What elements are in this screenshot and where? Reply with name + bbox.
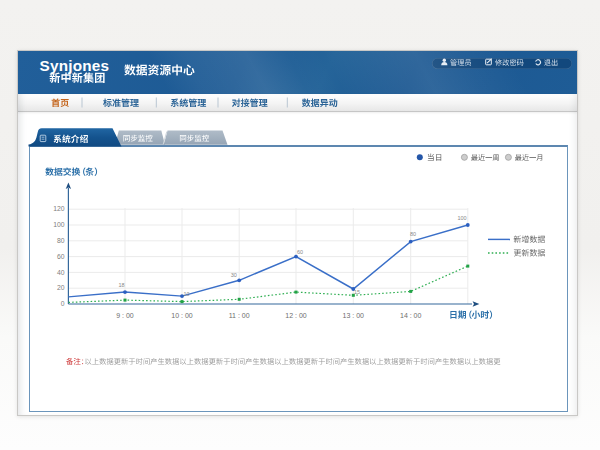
svg-text:11 : 00: 11 : 00 — [229, 312, 250, 319]
svg-text:60: 60 — [57, 253, 65, 260]
svg-text:100: 100 — [457, 215, 466, 221]
svg-text:60: 60 — [297, 249, 303, 255]
svg-text:10 : 00: 10 : 00 — [171, 312, 193, 319]
svg-text:30: 30 — [231, 272, 237, 278]
svg-text:10: 10 — [183, 291, 189, 297]
svg-text:80: 80 — [410, 231, 416, 237]
svg-text:15: 15 — [354, 289, 360, 295]
svg-text:20: 20 — [57, 284, 65, 291]
svg-text:13 : 00: 13 : 00 — [343, 312, 365, 319]
svg-text:100: 100 — [53, 221, 65, 228]
svg-text:18: 18 — [118, 282, 124, 288]
svg-text:120: 120 — [53, 205, 65, 212]
svg-text:Synjones: Synjones — [40, 57, 110, 74]
svg-text:40: 40 — [57, 269, 65, 276]
svg-text:9 : 00: 9 : 00 — [116, 312, 134, 319]
svg-text:12 : 00: 12 : 00 — [285, 312, 307, 319]
svg-text:80: 80 — [57, 237, 65, 244]
svg-text:14 : 00: 14 : 00 — [400, 312, 422, 319]
svg-text:0: 0 — [61, 300, 65, 307]
